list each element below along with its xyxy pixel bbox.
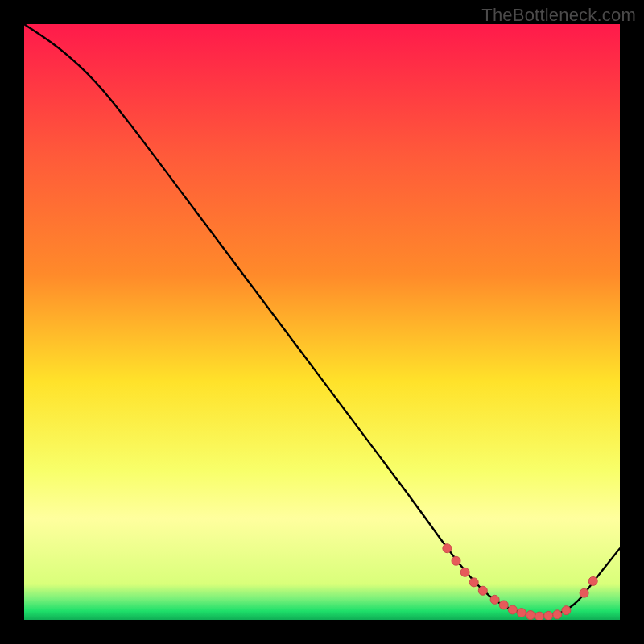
data-marker [490, 595, 499, 604]
data-marker [588, 576, 597, 585]
data-marker [478, 586, 487, 595]
data-marker [553, 610, 562, 619]
data-marker [562, 606, 571, 615]
data-marker [517, 609, 526, 617]
data-marker [452, 556, 460, 565]
gradient-background [24, 24, 620, 620]
data-marker [469, 578, 478, 587]
data-marker [535, 612, 544, 620]
chart-frame: TheBottleneck.com [0, 0, 644, 644]
data-marker [508, 605, 517, 614]
plot-area [24, 24, 620, 620]
data-marker [499, 601, 508, 609]
data-marker [580, 588, 588, 597]
data-marker [443, 544, 452, 553]
chart-svg [24, 24, 620, 620]
data-marker [460, 568, 469, 576]
data-marker [526, 611, 535, 620]
attribution-label: TheBottleneck.com [481, 5, 636, 26]
data-marker [544, 611, 553, 620]
